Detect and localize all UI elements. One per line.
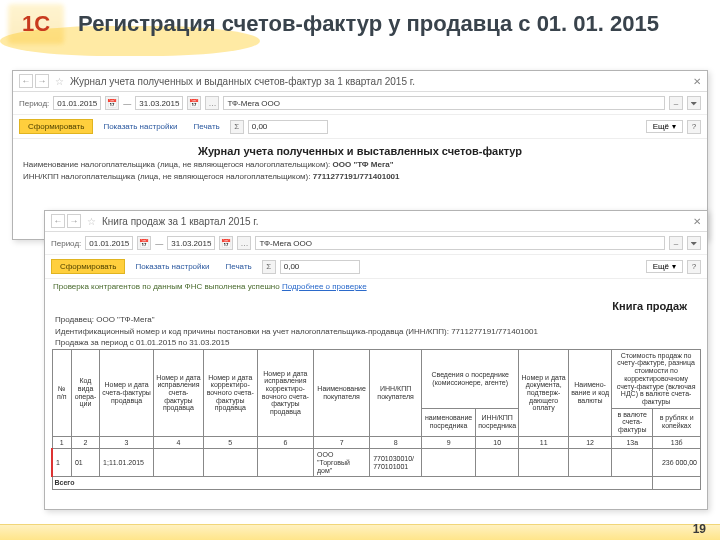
col-agent-inn: ИНН/КПП посредника xyxy=(476,408,519,436)
settings-button[interactable]: Показать настройки xyxy=(97,120,183,133)
toolbar-period: Период: 01.01.2015 📅 — 31.03.2015 📅 … ТФ… xyxy=(45,232,707,255)
favorite-icon[interactable]: ☆ xyxy=(55,76,64,87)
col-agent-name: наименование посредника xyxy=(422,408,476,436)
chevron-down-icon: ▾ xyxy=(672,262,676,271)
col-n: № п/п xyxy=(52,349,71,436)
favorite-icon[interactable]: ☆ xyxy=(87,216,96,227)
taxpayer-inn-line: ИНН/КПП налогоплательщика (лица, не явля… xyxy=(23,171,697,183)
help-icon[interactable]: ? xyxy=(687,260,701,274)
doc-title: Журнал учета полученных и выставленных с… xyxy=(13,139,707,159)
footer-bar xyxy=(0,524,720,540)
table-row: 1 01 1;11.01.2015 ООО "Торговый дом" 770… xyxy=(52,449,701,477)
date-from-input[interactable]: 01.01.2015 xyxy=(85,236,133,250)
sum-field: 0,00 xyxy=(280,260,360,274)
org-picker-icon[interactable]: ⏷ xyxy=(687,96,701,110)
col-pay: Номер и дата документа, подтверж- дающег… xyxy=(519,349,569,436)
col-corr3: Номер и дата исправления корректиро- воч… xyxy=(257,349,313,436)
date-from-picker-icon[interactable]: 📅 xyxy=(105,96,119,110)
sigma-icon[interactable]: Σ xyxy=(230,120,244,134)
col-op: Код вида опера- ции xyxy=(71,349,99,436)
col-corr2: Номер и дата корректиро- вочного счета-ф… xyxy=(203,349,257,436)
toolbar-actions: Сформировать Показать настройки Печать Σ… xyxy=(45,255,707,279)
more-button[interactable]: Ещё▾ xyxy=(646,120,683,133)
date-to-input[interactable]: 31.03.2015 xyxy=(135,96,183,110)
col-cur: Наимено- вание и код валюты xyxy=(569,349,612,436)
window-titlebar: ← → ☆ Книга продаж за 1 квартал 2015 г. … xyxy=(45,211,707,232)
period-more-icon[interactable]: … xyxy=(205,96,219,110)
period-label: Период: xyxy=(19,99,49,108)
window-title: Книга продаж за 1 квартал 2015 г. xyxy=(102,216,259,227)
close-icon[interactable]: ✕ xyxy=(693,216,701,227)
doc-title: Книга продаж xyxy=(45,294,707,314)
nav-back-icon[interactable]: ← xyxy=(51,214,65,228)
sigma-icon[interactable]: Σ xyxy=(262,260,276,274)
more-button[interactable]: Ещё▾ xyxy=(646,260,683,273)
print-button[interactable]: Печать xyxy=(188,120,226,133)
seller-inn: Идентификационный номер и код причины по… xyxy=(55,326,697,338)
nav-fwd-icon[interactable]: → xyxy=(35,74,49,88)
date-to-picker-icon[interactable]: 📅 xyxy=(219,236,233,250)
chevron-down-icon: ▾ xyxy=(672,122,676,131)
print-button[interactable]: Печать xyxy=(220,260,258,273)
org-clear-icon[interactable]: – xyxy=(669,96,683,110)
col-corr1: Номер и дата исправления счета-фактуры п… xyxy=(154,349,204,436)
taxpayer-name-line: Наименование налогоплательщика (лица, не… xyxy=(23,159,697,171)
date-to-picker-icon[interactable]: 📅 xyxy=(187,96,201,110)
col-in-cur: в валюте счета-фактуры xyxy=(612,408,653,436)
table-total-row: Всего xyxy=(52,477,701,490)
toolbar-actions: Сформировать Показать настройки Печать Σ… xyxy=(13,115,707,139)
window-sales-book: ← → ☆ Книга продаж за 1 квартал 2015 г. … xyxy=(44,210,708,510)
sum-field: 0,00 xyxy=(248,120,328,134)
col-inn: ИНН/КПП покупателя xyxy=(370,349,422,436)
period-label: Период: xyxy=(51,239,81,248)
date-from-input[interactable]: 01.01.2015 xyxy=(53,96,101,110)
check-details-link[interactable]: Подробнее о проверке xyxy=(282,282,367,291)
org-clear-icon[interactable]: – xyxy=(669,236,683,250)
sales-table: № п/п Код вида опера- ции Номер и дата с… xyxy=(51,349,701,490)
page-title: Регистрация счетов-фактур у продавца с 0… xyxy=(78,12,659,36)
col-in-rub: в рублях и копейках xyxy=(653,408,701,436)
check-status-line: Проверка контрагентов по данным ФНС выпо… xyxy=(45,279,707,294)
help-icon[interactable]: ? xyxy=(687,120,701,134)
seller-name: Продавец: ООО "ТФ-Мега" xyxy=(55,314,697,326)
page-number: 19 xyxy=(693,522,706,536)
window-titlebar: ← → ☆ Журнал учета полученных и выданных… xyxy=(13,71,707,92)
window-title: Журнал учета полученных и выданных счето… xyxy=(70,76,415,87)
col-sf: Номер и дата счета-фактуры продавца xyxy=(100,349,154,436)
col-agent: Сведения о посреднике (комиссионере, аге… xyxy=(422,349,519,408)
period-line: Продажа за период с 01.01.2015 по 31.03.… xyxy=(55,337,697,349)
page-header: 1C Регистрация счетов-фактур у продавца … xyxy=(0,0,720,48)
col-buyer: Наименование покупателя xyxy=(314,349,370,436)
org-input[interactable]: ТФ-Мега ООО xyxy=(223,96,665,110)
period-more-icon[interactable]: … xyxy=(237,236,251,250)
toolbar-period: Период: 01.01.2015 📅 — 31.03.2015 📅 … ТФ… xyxy=(13,92,707,115)
org-picker-icon[interactable]: ⏷ xyxy=(687,236,701,250)
form-button[interactable]: Сформировать xyxy=(51,259,125,274)
column-number-row: 1 2 3 4 5 6 7 8 9 10 11 12 13а 13б xyxy=(52,436,701,449)
settings-button[interactable]: Показать настройки xyxy=(129,260,215,273)
col-cost: Стоимость продаж по счету-фактуре, разни… xyxy=(612,349,701,408)
close-icon[interactable]: ✕ xyxy=(693,76,701,87)
org-input[interactable]: ТФ-Мега ООО xyxy=(255,236,665,250)
form-button[interactable]: Сформировать xyxy=(19,119,93,134)
nav-back-icon[interactable]: ← xyxy=(19,74,33,88)
date-from-picker-icon[interactable]: 📅 xyxy=(137,236,151,250)
date-to-input[interactable]: 31.03.2015 xyxy=(167,236,215,250)
logo-1c: 1C xyxy=(8,4,64,44)
nav-fwd-icon[interactable]: → xyxy=(67,214,81,228)
